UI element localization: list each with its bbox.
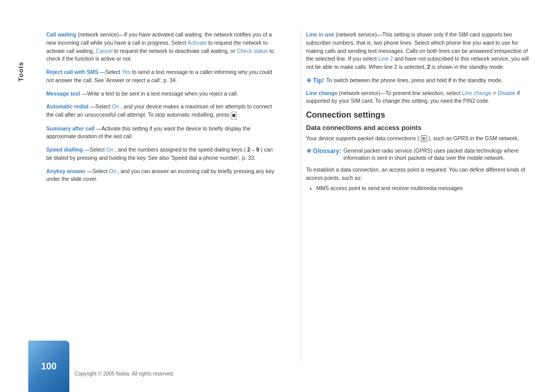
tip-text: To switch between the phone lines, press… [326, 77, 503, 84]
connection-settings-title: Connection settings [306, 110, 535, 120]
entry-call-waiting: Call waiting (network service)—If you ha… [46, 31, 275, 63]
glossary-text: General packet radio service (GPRS) uses… [343, 147, 534, 162]
main-content: Call waiting (network service)—If you ha… [41, 0, 555, 392]
on-link-speed[interactable]: On [106, 146, 114, 153]
entry-automatic-redial: Automatic redial —Select On , and your d… [46, 103, 275, 119]
entry-message-text: Message text —Write a text to be sent in… [46, 90, 275, 98]
access-points-list: MMS access point to send and receive mul… [317, 184, 535, 193]
summary-after-call-link[interactable]: Summary after call [46, 125, 95, 132]
anykey-answer-link[interactable]: Anykey answer [46, 168, 85, 174]
page: Tools Call waiting (network service)—If … [0, 0, 555, 392]
reject-call-link[interactable]: Reject call with SMS [46, 69, 99, 75]
message-text-p: Message text —Write a text to be sent in… [46, 90, 275, 98]
establish-text: To establish a data connection, an acces… [306, 166, 535, 182]
entry-summary-after-call: Summary after call —Activate this settin… [46, 125, 275, 141]
reject-call-text: Reject call with SMS —Select Yes to send… [46, 68, 275, 85]
page-number: 100 [41, 361, 57, 372]
cancel-link[interactable]: Cancel [96, 48, 113, 54]
disable-link[interactable]: Disable [497, 90, 515, 96]
summary-after-call-text: Summary after call —Activate this settin… [46, 125, 275, 141]
speed-dialling-link[interactable]: Speed dialling [46, 146, 83, 153]
data-connections-subtitle: Data connections and access points [306, 124, 535, 132]
check-status-link[interactable]: Check status [237, 48, 268, 54]
on-link-anykey[interactable]: On [109, 168, 116, 174]
speed-dialling-text: Speed dialling —Select On , and the numb… [46, 146, 275, 162]
activate-link[interactable]: Activate [188, 40, 207, 46]
copyright-text: Copyright © 2005 Nokia. All rights reser… [75, 371, 174, 377]
tip-icon: ✳ Tip! [306, 77, 324, 85]
line-change-link2[interactable]: Line change [462, 90, 491, 96]
message-text-link[interactable]: Message text [46, 90, 80, 97]
yes-link[interactable]: Yes [122, 69, 131, 75]
automatic-redial-text: Automatic redial —Select On , and your d… [46, 103, 275, 119]
entry-speed-dialling: Speed dialling —Select On , and the numb… [46, 146, 275, 162]
automatic-redial-link[interactable]: Automatic redial [46, 103, 88, 109]
line-change-text: Line change (network service)—To prevent… [306, 89, 535, 106]
list-item: MMS access point to send and receive mul… [317, 184, 535, 193]
line-in-use-link[interactable]: Line in use [306, 31, 335, 38]
call-waiting-link[interactable]: Call waiting [46, 31, 76, 38]
sidebar: Tools [0, 0, 41, 392]
sidebar-label: Tools [17, 62, 25, 82]
anykey-answer-text: Anykey answer —Select On , and you can a… [46, 167, 275, 184]
entry-anykey-answer: Anykey answer —Select On , and you can a… [46, 167, 275, 184]
entry-reject-call: Reject call with SMS —Select Yes to send… [46, 68, 275, 85]
page-number-box: 100 [28, 341, 69, 392]
left-column: Call waiting (network service)—If you ha… [46, 31, 285, 361]
line-in-use-text: Line in use (network service)—This setti… [306, 31, 535, 71]
tip-box: ✳ Tip! To switch between the phone lines… [306, 77, 535, 85]
entry-line-change: Line change (network service)—To prevent… [306, 89, 535, 106]
line-2-link[interactable]: Line 2 [378, 55, 393, 62]
packet-data-icon: ⊞ [421, 135, 427, 142]
right-column: Line in use (network service)—This setti… [301, 31, 535, 361]
connection-settings-section: Connection settings Data connections and… [306, 110, 535, 192]
glossary-box: ✳ Glossary: General packet radio service… [306, 147, 535, 162]
data-connections-text: Your device supports packet data connect… [306, 135, 535, 143]
call-waiting-text: Call waiting (network service)—If you ha… [46, 31, 275, 63]
on-link-redial[interactable]: On [112, 103, 119, 109]
end-key-icon: ■ [231, 111, 236, 120]
glossary-icon: ✳ Glossary: [306, 147, 342, 156]
entry-line-in-use: Line in use (network service)—This setti… [306, 31, 535, 71]
line-change-link[interactable]: Line change [306, 90, 338, 96]
